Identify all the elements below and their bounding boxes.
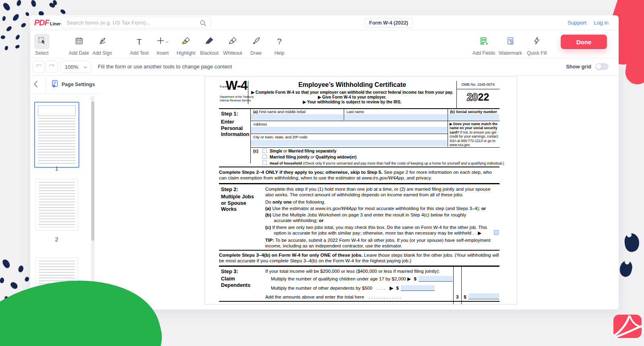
login-link[interactable]: Log in bbox=[594, 20, 609, 26]
scrollbar-thumb[interactable] bbox=[91, 101, 94, 241]
ssn-field[interactable] bbox=[448, 114, 499, 120]
select-icon bbox=[38, 37, 46, 47]
show-grid-toggle[interactable] bbox=[595, 63, 609, 70]
filing-status-single-checkbox[interactable] bbox=[262, 148, 267, 153]
collapse-sidebar-icon[interactable] bbox=[33, 80, 38, 89]
add-fields-label: Add Fields bbox=[473, 50, 495, 56]
step3-row-number: 3 bbox=[456, 294, 458, 300]
text-icon: T bbox=[137, 37, 142, 46]
page-settings-icon bbox=[51, 80, 59, 89]
highlight-icon bbox=[182, 37, 190, 47]
pdfliner-corner-logo[interactable] bbox=[613, 315, 642, 338]
toggle-knob bbox=[596, 64, 601, 69]
workspace: Page Settings 1 2 ▲ ▼ Form W-4 Departmen… bbox=[30, 76, 619, 309]
add-fields-button[interactable]: Add Fields bbox=[471, 34, 497, 56]
first-name-field[interactable] bbox=[251, 114, 343, 120]
page-number-1: 1 bbox=[34, 165, 79, 172]
redo-button[interactable] bbox=[45, 61, 58, 73]
steps34-note: Complete Steps 3–4(b) on Form W-4 for on… bbox=[219, 252, 500, 264]
chevron-down-icon bbox=[83, 64, 87, 70]
step3-label: Step 3: bbox=[221, 268, 238, 275]
zoom-select[interactable]: 100% bbox=[60, 61, 91, 73]
draw-button[interactable]: Draw bbox=[244, 34, 268, 56]
step2-item-c: (c) If there are only two jobs total, yo… bbox=[265, 224, 495, 236]
step3-title: Claim Dependents bbox=[221, 276, 253, 288]
two-jobs-checkbox[interactable] bbox=[494, 230, 499, 235]
watermark-icon bbox=[506, 37, 515, 47]
document-title-badge: Form W-4 (2022) bbox=[364, 18, 413, 28]
decor-navy-blob-1 bbox=[623, 233, 640, 253]
ssa-note: ▶ Does your name match the name on your … bbox=[450, 122, 499, 147]
quick-fill-icon bbox=[533, 37, 541, 46]
blackout-icon bbox=[205, 37, 214, 47]
form-title: Employee’s Withholding Certificate bbox=[248, 81, 456, 89]
whiteout-button[interactable]: Whiteout bbox=[221, 34, 244, 56]
address-label: Address bbox=[253, 122, 267, 126]
decor-navy-blob-2 bbox=[618, 260, 634, 278]
form-number: W-4 bbox=[226, 78, 247, 93]
whiteout-icon bbox=[229, 37, 237, 47]
step2-label: Step 2: bbox=[221, 186, 238, 193]
form-bullets: ▶ Complete Form W-4 so that your employe… bbox=[248, 90, 456, 104]
add-date-label: Add Date bbox=[69, 50, 89, 56]
quick-fill-label: Quick Fill bbox=[527, 50, 547, 56]
redo-icon bbox=[48, 63, 55, 71]
add-sign-label: Add Sign bbox=[93, 50, 112, 56]
page-thumbnail-1[interactable] bbox=[34, 102, 79, 168]
help-button[interactable]: ? Help bbox=[268, 34, 291, 56]
pdf-page[interactable]: Form W-4 Department of the TreasuryInter… bbox=[204, 76, 517, 305]
city-field[interactable] bbox=[251, 140, 447, 146]
step1-title: Enter Personal Information bbox=[221, 119, 249, 138]
filing-status-head-household-checkbox[interactable] bbox=[262, 161, 267, 165]
step3-total-field[interactable] bbox=[469, 293, 499, 299]
undo-icon bbox=[35, 63, 42, 71]
highlight-label: Highlight bbox=[177, 50, 196, 56]
quick-fill-button[interactable]: Quick Fill bbox=[524, 34, 550, 56]
add-text-button[interactable]: T Add Text bbox=[128, 34, 151, 56]
draw-icon bbox=[252, 37, 260, 47]
other-dependents-amount-field[interactable] bbox=[401, 285, 435, 291]
page-settings-label: Page Settings bbox=[62, 82, 95, 87]
blackout-button[interactable]: Blackout bbox=[198, 34, 221, 56]
first-name-label: (a) First name and middle initial bbox=[253, 110, 305, 114]
children-amount-field[interactable] bbox=[419, 276, 452, 282]
highlight-button[interactable]: Highlight bbox=[174, 34, 198, 56]
page-settings-button[interactable]: Page Settings bbox=[51, 80, 95, 89]
pdfliner-logo[interactable]: PDF Liner bbox=[34, 18, 61, 27]
insert-icon bbox=[157, 37, 164, 46]
app-window: PDF Liner Form W-4 (2022) Support Log in bbox=[30, 15, 619, 309]
logo-pdf-text: PDF bbox=[34, 18, 49, 27]
filing-status-married-jointly-label: Married filing jointly or Qualifying wid… bbox=[270, 155, 357, 159]
sidebar-scrollbar[interactable] bbox=[91, 96, 95, 303]
last-name-field[interactable] bbox=[345, 114, 447, 120]
add-sign-button[interactable]: Add Sign bbox=[91, 34, 114, 56]
add-date-button[interactable]: Add Date bbox=[67, 34, 91, 56]
address-field[interactable] bbox=[251, 127, 447, 133]
undo-button[interactable] bbox=[33, 61, 45, 73]
zoom-value: 100% bbox=[65, 64, 78, 70]
filing-status-married-jointly-checkbox[interactable] bbox=[262, 154, 267, 159]
step2-item-a: (a) Use the estimator at www.irs.gov/W4A… bbox=[265, 206, 500, 211]
city-label: City or town, state, and ZIP code bbox=[253, 135, 308, 139]
search-input[interactable] bbox=[62, 17, 210, 28]
insert-button[interactable]: Insert bbox=[151, 34, 174, 56]
insert-label: Insert bbox=[157, 50, 169, 56]
step1-label: Step 1: bbox=[221, 111, 238, 117]
ssn-label: (b) Social security number bbox=[450, 110, 497, 114]
done-button[interactable]: Done bbox=[561, 35, 607, 49]
step4-item-a: (a) Other income (not from jobs). If you… bbox=[265, 303, 450, 305]
sidebar-header: Page Settings bbox=[30, 76, 101, 94]
filing-status-single-label: Single or Married filing separately bbox=[270, 149, 336, 153]
signature-icon bbox=[98, 37, 107, 47]
editor-hint-text: Fill the form or use another tools to ch… bbox=[98, 64, 232, 70]
help-label: Help bbox=[275, 50, 285, 56]
select-button[interactable]: Select bbox=[30, 34, 54, 56]
steps24-note: Complete Steps 2–4 ONLY if they apply to… bbox=[219, 169, 500, 181]
page-thumbnail-2[interactable] bbox=[35, 179, 78, 231]
step2-intro: Complete this step if you (1) hold more … bbox=[265, 186, 500, 198]
support-link[interactable]: Support bbox=[568, 20, 586, 26]
search-icon[interactable] bbox=[200, 20, 206, 28]
calendar-icon bbox=[75, 37, 83, 47]
form-omb: OMB No. 1545-0074 bbox=[456, 82, 500, 86]
watermark-button[interactable]: Watermark bbox=[497, 34, 524, 56]
